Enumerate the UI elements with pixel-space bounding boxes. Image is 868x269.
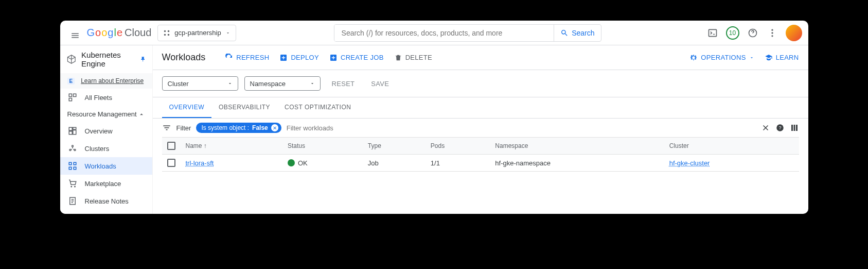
chip-remove-icon[interactable]: ✕ [271,124,278,131]
svg-point-7 [771,32,773,33]
sidebar-section-resource[interactable]: Resource Management [60,106,152,122]
hamburger-icon[interactable] [66,27,79,39]
fleets-icon [67,92,78,103]
help-icon[interactable]: ? [775,123,785,132]
enterprise-link[interactable]: Learn about Enterprise [81,77,144,85]
project-name: gcp-partnership [174,29,221,37]
tabs: OVERVIEW OBSERVABILITY COST OPTIMIZATION [153,97,808,119]
clusters-icon [67,143,78,154]
plus-box-icon [279,54,288,62]
avatar[interactable] [786,25,802,41]
workload-name-link[interactable]: trl-lora-sft [186,159,214,167]
search-button[interactable]: Search [554,25,600,41]
svg-point-24 [74,186,75,187]
sidebar-collapse[interactable] [60,210,152,214]
svg-point-2 [164,33,166,36]
gear-icon [689,54,698,62]
search-box: Search [334,24,601,42]
reset-button[interactable]: RESET [327,80,360,88]
svg-point-1 [168,30,170,32]
col-status[interactable]: Status [282,138,363,155]
workload-pods: 1/1 [426,155,490,172]
sidebar-item-release-notes[interactable]: Release Notes [60,192,152,210]
sidebar-item-label: All Fleets [85,94,112,102]
overview-icon [67,126,78,136]
svg-rect-21 [69,167,72,170]
project-icon [163,29,170,37]
learn-button[interactable]: LEARN [765,54,799,62]
col-namespace[interactable]: Namespace [490,138,664,155]
workload-namespace: hf-gke-namespace [490,155,664,172]
svg-rect-30 [796,125,798,131]
svg-text:?: ? [778,125,781,130]
refresh-icon [225,54,233,62]
svg-rect-12 [69,127,72,130]
sidebar-item-label: Release Notes [85,197,129,205]
sidebar-item-label: Marketplace [85,180,121,188]
svg-rect-10 [73,94,76,96]
status-badge: OK [288,159,358,167]
workload-type: Job [363,155,426,172]
filter-input[interactable] [287,124,756,132]
col-cluster[interactable]: Cluster [664,138,799,155]
sidebar-item-label: Clusters [85,145,110,153]
google-cloud-logo[interactable]: GoogleCloud [87,27,152,39]
plus-box-icon [329,54,338,62]
cluster-dropdown[interactable]: Cluster [162,76,238,91]
clear-icon[interactable] [761,123,770,132]
chevron-down-icon [749,55,754,60]
cloud-shell-icon[interactable] [706,27,719,39]
sidebar-item-fleets[interactable]: All Fleets [60,89,152,106]
delete-button[interactable]: DELETE [394,54,432,62]
create-job-button[interactable]: CREATE JOB [329,54,384,62]
sort-asc-icon: ↑ [204,142,207,149]
svg-rect-20 [74,162,76,165]
table-header-row: Name ↑ Status Type Pods Namespace Cluste… [162,138,799,155]
operations-button[interactable]: OPERATIONS [689,54,754,62]
gke-icon [66,53,77,65]
main: Workloads REFRESH DEPLOY CREATE JOB DELE… [153,45,808,214]
help-icon[interactable] [747,27,759,39]
select-all-checkbox[interactable] [167,142,175,150]
search-input[interactable] [334,25,554,41]
row-checkbox[interactable] [167,159,175,167]
more-icon[interactable] [766,27,778,39]
svg-rect-19 [69,162,72,165]
workloads-table: Name ↑ Status Type Pods Namespace Cluste… [162,137,799,172]
columns-icon[interactable] [790,123,799,132]
svg-point-16 [72,145,73,147]
deploy-button[interactable]: DEPLOY [279,54,319,62]
enterprise-badge: E [67,78,75,85]
col-name[interactable]: Name ↑ [181,138,283,155]
filter-icon[interactable] [162,123,171,132]
filter-label: Filter [176,124,191,132]
enterprise-banner[interactable]: E Learn about Enterprise [60,73,152,89]
refresh-button[interactable]: REFRESH [225,54,269,62]
learn-icon [765,54,773,62]
sidebar-item-overview[interactable]: Overview [60,122,152,140]
sidebar-item-clusters[interactable]: Clusters [60,140,152,157]
col-type[interactable]: Type [363,138,426,155]
project-selector[interactable]: gcp-partnership [157,25,236,41]
tab-observability[interactable]: OBSERVABILITY [211,97,277,118]
topbar: GoogleCloud gcp-partnership Search 10 [60,21,808,45]
sidebar-item-label: Overview [85,127,113,135]
save-button[interactable]: SAVE [366,80,394,88]
trash-icon [394,54,402,62]
tab-overview[interactable]: OVERVIEW [162,97,211,118]
pin-icon[interactable] [140,56,146,63]
col-pods[interactable]: Pods [426,138,490,155]
table-row: trl-lora-sft OK Job 1/1 hf-gke-namespace… [162,155,799,172]
sidebar-item-marketplace[interactable]: Marketplace [60,175,152,192]
chevron-down-icon [225,30,231,36]
namespace-dropdown[interactable]: Namespace [244,76,321,91]
tab-cost-optimization[interactable]: COST OPTIMIZATION [277,97,358,118]
svg-point-17 [69,149,71,151]
credits-badge[interactable]: 10 [726,26,739,40]
chevron-down-icon [310,81,315,86]
svg-point-6 [771,29,773,30]
sidebar-item-workloads[interactable]: Workloads [60,157,152,175]
cluster-link[interactable]: hf-gke-cluster [669,159,710,167]
filter-chip[interactable]: Is system object : False ✕ [196,123,281,133]
page-title: Workloads [162,52,206,63]
